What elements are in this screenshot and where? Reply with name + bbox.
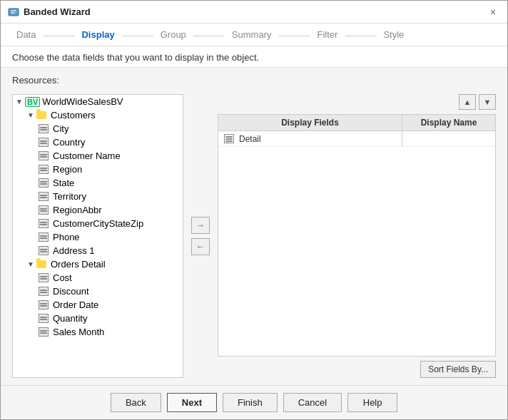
field-cell-display: Detail [218,131,402,146]
field-table: Display Fields Display Name Detail [218,114,496,357]
main-panel: ▼ BV WorldWideSalesBV ▼ Customers City [12,94,496,378]
tree-item[interactable]: Address 1 [13,244,183,257]
col-display-fields: Display Fields [218,115,402,130]
close-button[interactable]: × [486,5,500,19]
field-salesmonth: Sales Month [53,327,104,337]
field-cell-name[interactable] [402,131,495,146]
field-cost: Cost [53,272,72,283]
field-quantity: Quantity [53,313,87,324]
sort-fields-button[interactable]: Sort Fields By... [420,361,496,378]
tree-item[interactable]: Cost [13,271,183,285]
field-icon [39,314,49,323]
customers-label: Customers [51,110,96,121]
tree-root[interactable]: ▼ BV WorldWideSalesBV [13,95,183,108]
customers-folder-icon [36,111,46,119]
field-phone: Phone [53,232,80,242]
field-icon [39,138,49,147]
field-city: City [53,123,68,134]
middle-buttons: → ← [189,94,212,378]
customers-arrow: ▼ [27,111,34,119]
up-down-buttons: ▲ ▼ [218,94,496,110]
field-address1: Address 1 [53,245,95,256]
col-display-name: Display Name [402,115,495,130]
title-bar-left: Banded Wizard [8,6,91,18]
orders-folder-icon [36,260,46,268]
step-display[interactable]: Display [77,29,118,40]
detail-icon [224,134,234,143]
tree-item[interactable]: Customer Name [13,149,183,163]
tree-item[interactable]: RegionAbbr [13,203,183,217]
help-button[interactable]: Help [347,393,397,412]
tree-item[interactable]: Order Date [13,298,183,312]
root-arrow: ▼ [16,98,23,106]
field-icon [39,151,49,160]
tree-customers-folder[interactable]: ▼ Customers [13,108,183,122]
tree-item[interactable]: State [13,176,183,190]
footer: Back Next Finish Cancel Help [1,385,507,419]
bv-icon: BV [25,97,40,107]
field-icon [39,124,49,133]
banded-wizard-dialog: Banded Wizard × Data ———— Display ———— G… [0,0,508,420]
tree-ordersdetail-folder[interactable]: ▼ Orders Detail [13,257,183,271]
subtitle: Choose the data fields that you want to … [1,46,507,68]
tree-item[interactable]: Country [13,135,183,149]
field-row[interactable]: Detail [218,131,495,147]
field-icon [39,192,49,201]
field-icon [39,287,49,296]
right-panel: ▲ ▼ Display Fields Display Name [218,94,496,378]
next-button[interactable]: Next [167,393,217,412]
dialog-title: Banded Wizard [24,6,91,17]
tree-panel[interactable]: ▼ BV WorldWideSalesBV ▼ Customers City [12,94,183,378]
field-country: Country [53,137,86,148]
tree-item[interactable]: CustomerCityStateZip [13,217,183,230]
field-customercitystatezip: CustomerCityStateZip [53,218,143,229]
back-button[interactable]: Back [111,393,161,412]
wizard-nav: Data ———— Display ———— Group ———— Summar… [1,24,507,46]
finish-button[interactable]: Finish [223,393,278,412]
step-style[interactable]: Style [379,29,408,40]
sort-btn-container: Sort Fields By... [218,361,496,378]
field-territory: Territory [53,191,86,202]
move-up-button[interactable]: ▲ [459,94,476,110]
field-icon [39,246,49,255]
tree-item[interactable]: Phone [13,230,183,244]
field-icon [39,219,49,228]
step-summary[interactable]: Summary [228,29,276,40]
field-icon [39,327,49,337]
wizard-icon [8,6,19,18]
field-icon [39,300,49,309]
svg-rect-0 [9,9,19,16]
tree-item[interactable]: City [13,122,183,135]
move-down-button[interactable]: ▼ [479,94,496,110]
field-regionabbr: RegionAbbr [53,205,102,215]
step-group[interactable]: Group [156,29,190,40]
step-data[interactable]: Data [12,29,40,40]
field-region: Region [53,164,82,175]
orders-label: Orders Detail [51,259,106,270]
orders-arrow: ▼ [27,260,34,268]
field-customername: Customer Name [53,150,121,161]
add-field-button[interactable]: → [191,217,210,234]
cancel-button[interactable]: Cancel [283,393,342,412]
field-icon [39,232,49,242]
tree-item[interactable]: Sales Month [13,325,183,339]
field-orderdate: Order Date [53,299,98,310]
field-icon [39,165,49,174]
tree-item[interactable]: Territory [13,190,183,203]
tree-item[interactable]: Region [13,163,183,176]
title-bar: Banded Wizard × [1,1,507,24]
field-state: State [53,178,74,188]
field-icon [39,178,49,188]
tree-item[interactable]: Quantity [13,312,183,325]
detail-field-label: Detail [239,134,261,144]
field-table-header: Display Fields Display Name [218,115,495,131]
field-icon [39,205,49,215]
root-label: WorldWideSalesBV [42,96,123,107]
main-content: Resources: ▼ BV WorldWideSalesBV ▼ Custo… [1,68,507,385]
step-filter[interactable]: Filter [313,29,342,40]
field-discount: Discount [53,286,89,297]
remove-field-button[interactable]: ← [191,238,210,255]
resources-label: Resources: [12,75,496,86]
field-icon [39,273,49,282]
tree-item[interactable]: Discount [13,285,183,298]
